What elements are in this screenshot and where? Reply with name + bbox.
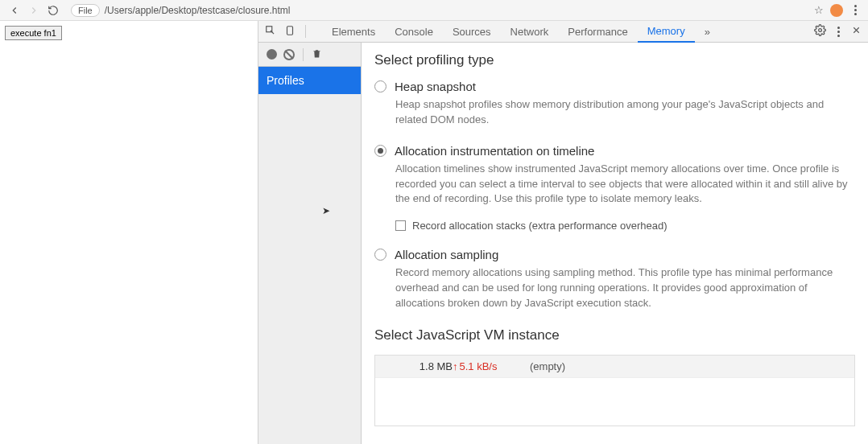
bookmark-icon[interactable]: ☆ (814, 4, 824, 16)
tab-elements[interactable]: Elements (322, 21, 385, 43)
devtools-panel: Elements Console Sources Network Perform… (258, 21, 868, 45)
profiles-sidebar: Profiles (258, 43, 362, 45)
close-devtools-icon[interactable] (851, 25, 862, 38)
page-content: execute fn1 (0, 21, 258, 45)
sidebar-actions (258, 43, 361, 45)
devtools-menu-icon[interactable] (837, 27, 840, 37)
device-toggle-icon[interactable] (284, 25, 296, 39)
tab-network[interactable]: Network (501, 21, 559, 43)
tabs-overflow[interactable]: » (695, 21, 720, 43)
tab-sources[interactable]: Sources (443, 21, 501, 43)
extension-icon[interactable] (830, 4, 843, 17)
inspect-element-icon[interactable] (265, 25, 276, 39)
devtools-toolbar: Elements Console Sources Network Perform… (258, 21, 868, 43)
svg-point-2 (819, 29, 822, 32)
back-button[interactable] (6, 2, 23, 18)
forward-button[interactable] (26, 2, 42, 18)
execute-button[interactable]: execute fn1 (5, 26, 62, 40)
origin-pill: File (71, 4, 100, 17)
tab-memory[interactable]: Memory (638, 21, 695, 43)
browser-menu-icon[interactable] (849, 5, 862, 15)
tab-console[interactable]: Console (385, 21, 443, 43)
svg-rect-1 (287, 26, 293, 35)
devtools-tabs: Elements Console Sources Network Perform… (322, 21, 720, 43)
reload-button[interactable] (45, 2, 61, 18)
settings-icon[interactable] (814, 24, 826, 39)
address-bar[interactable]: File /Users/apple/Desktop/testcase/closu… (71, 4, 291, 17)
browser-toolbar: File /Users/apple/Desktop/testcase/closu… (0, 0, 868, 21)
divider (305, 25, 306, 38)
tab-performance[interactable]: Performance (558, 21, 637, 43)
memory-main: Select profiling type Heap snapshot Heap… (362, 43, 868, 45)
url-path: /Users/apple/Desktop/testcase/closure.ht… (105, 5, 291, 16)
